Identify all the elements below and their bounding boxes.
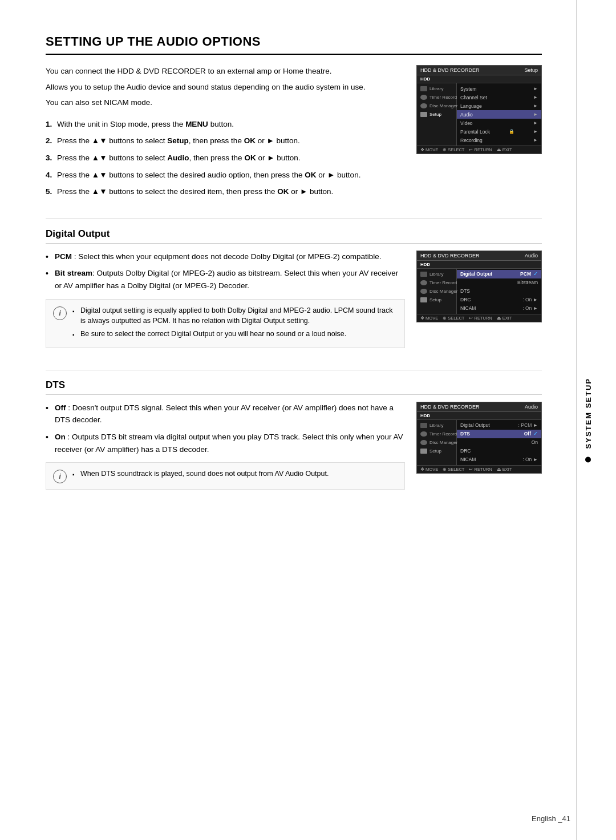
screen3-sidebar-setup: Setup [417,447,456,455]
screen2-sidebar-setup: Setup [417,296,456,304]
screen-mockup-1: HDD & DVD RECORDER Setup HDD Library Tim… [416,65,542,154]
screen1-footer: ❖ MOVE⊕ SELECT↩ RETURN⏏ EXIT [417,146,541,154]
step-2: 2. Press the ▲▼ buttons to select Setup,… [46,135,405,147]
step-3: 3. Press the ▲▼ buttons to select Audio,… [46,152,405,164]
screen3-digital-output-row: Digital Output : PCM ► [457,421,541,430]
screen1-menu-system: System ► [457,84,541,93]
note-text-1: Digital output setting is equally applie… [72,305,398,342]
digital-output-bitstream: Bit stream: Outputs Dolby Digital (or MP… [46,267,405,292]
screen1-menu-audio: Audio ► [457,110,541,119]
screen3-footer: ❖ MOVE⊕ SELECT↩ RETURN⏏ EXIT [417,465,541,473]
intro-line2: Allows you to setup the Audio device and… [46,81,405,94]
note-icon-1: i [53,306,67,320]
screen2-drc-row: DRC : On ► [457,296,541,304]
screen2-nicam-row: NICAM : On ► [457,304,541,313]
dts-off-bullet: Off : Doesn't output DTS signal. Select … [46,402,405,426]
screen1-sidebar-setup: Setup [417,110,456,119]
screen1-menu-parental: Parental Lock 🔒 ► [457,127,541,136]
screen2-sidebar-disc: Disc Manager [417,287,456,296]
screen3-sidebar-timer: Timer Record [417,430,456,438]
sidebar-label: SYSTEM SETUP [584,378,593,462]
note-text-2: When DTS soundtrack is played, sound doe… [72,469,329,483]
dts-note: i When DTS soundtrack is played, sound d… [46,462,405,490]
screen1-menu-video: Video ► [457,119,541,127]
screen1-menu-channel: Channel Set ► [457,93,541,102]
screen3-dts-on-row: On [457,438,541,447]
screen-mockup-3: HDD & DVD RECORDER Audio HDD Library [416,402,542,474]
page-title: SETTING UP THE AUDIO OPTIONS [46,34,542,55]
screen1-sidebar-timer: Timer Record [417,93,456,102]
digital-output-section: Digital Output PCM : Select this when yo… [46,219,542,354]
screen1-header: HDD & DVD RECORDER Setup [417,66,541,75]
digital-output-bullets: PCM : Select this when your equipment do… [46,251,405,292]
digital-output-pcm: PCM : Select this when your equipment do… [46,251,405,263]
dts-bullets: Off : Doesn't output DTS signal. Select … [46,402,405,455]
screen3-sidebar-library: Library [417,421,456,430]
intro-line1: You can connect the HDD & DVD RECORDER t… [46,65,405,78]
step-4: 4. Press the ▲▼ buttons to select the de… [46,169,405,181]
screen3-dts-row: DTS Off ✓ [457,430,541,438]
step-5: 5. Press the ▲▼ buttons to select the de… [46,185,405,198]
screen-mockup-2: HDD & DVD RECORDER Audio HDD Library [416,251,542,322]
screen1-sidebar-disc: Disc Manager [417,102,456,110]
screen3-drc-row: DRC [457,447,541,455]
sidebar-dot [586,457,591,462]
screen2-header: HDD & DVD RECORDER Audio [417,251,541,261]
screen1-sidebar-library: Library [417,84,456,93]
step-1: 1. With the unit in Stop mode, press the… [46,118,405,131]
screen2-bitstream-row: Bitstream [457,278,541,287]
sidebar: SYSTEM SETUP [576,0,600,840]
screen1-menu-recording: Recording ► [457,136,541,144]
screen2-dts-row: DTS [457,287,541,296]
screen2-digital-output-row: Digital Output PCM ✓ [457,270,541,278]
dts-title: DTS [46,379,542,395]
steps-list: 1. With the unit in Stop mode, press the… [46,118,405,198]
screen3-sidebar-disc: Disc Manager [417,438,456,447]
screen2-sidebar-timer: Timer Record [417,278,456,287]
screen3-nicam-row: NICAM : On ► [457,455,541,464]
page-footer: English _41 [532,814,570,823]
dts-on-bullet: On : Outputs DTS bit stream via digital … [46,431,405,455]
dts-section: DTS Off : Doesn't output DTS signal. Sel… [46,370,542,495]
digital-output-title: Digital Output [46,228,542,244]
screen3-header: HDD & DVD RECORDER Audio [417,402,541,412]
screen2-footer: ❖ MOVE⊕ SELECT↩ RETURN⏏ EXIT [417,314,541,322]
screen1-menu-language: Language ► [457,102,541,110]
note-icon-2: i [53,470,67,483]
screen2-sidebar-library: Library [417,270,456,278]
digital-output-note: i Digital output setting is equally appl… [46,299,405,348]
intro-line3: You can also set NICAM mode. [46,96,405,109]
